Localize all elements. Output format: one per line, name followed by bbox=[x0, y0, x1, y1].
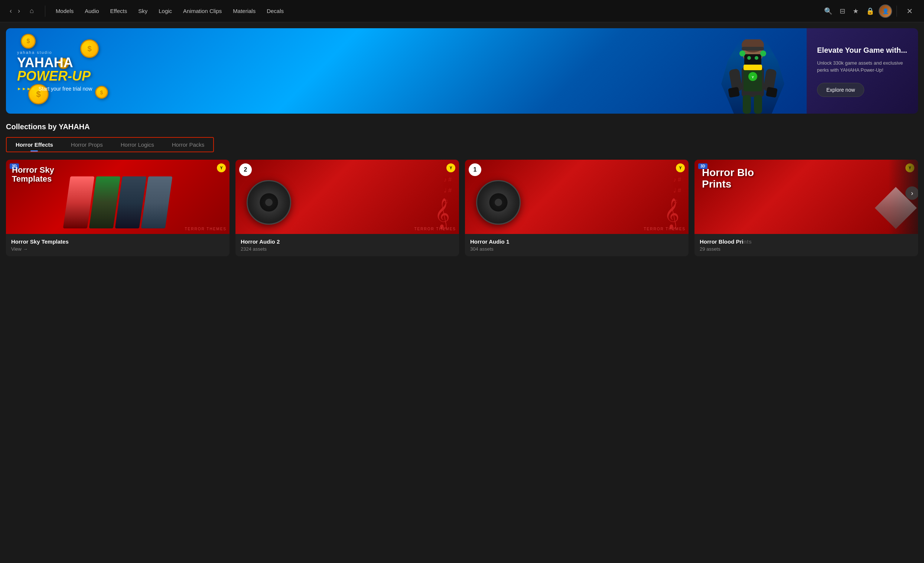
banner-title-line1: YAHAHA bbox=[17, 55, 73, 70]
banner-title-powerup: POWER-UP bbox=[17, 68, 91, 84]
card-horror-audio-2[interactable]: 2 Y 𝄞 ♪ # ♩ # ♫ TERROR THEMES Horror Aud… bbox=[236, 160, 459, 256]
character-svg: Y bbox=[721, 39, 784, 114]
card-name-audio2: Horror Audio 2 bbox=[241, 239, 454, 245]
lock-button[interactable]: 🔒 bbox=[863, 5, 877, 18]
card-logo-audio1: Y bbox=[676, 164, 685, 172]
card-logo-sky: Y bbox=[217, 164, 226, 172]
bookmark-button[interactable]: ⊟ bbox=[837, 5, 848, 18]
card-name-blood: Horror Blood Prints bbox=[700, 239, 913, 245]
banner-title: YAHAHA POWER-UP bbox=[17, 56, 92, 83]
tab-horror-props[interactable]: Horror Props bbox=[62, 138, 112, 152]
tab-horror-logics[interactable]: Horror Logics bbox=[112, 138, 163, 152]
bookmark-icon: ⊟ bbox=[840, 8, 845, 15]
svg-rect-15 bbox=[743, 95, 751, 114]
vinyl-center-1 bbox=[495, 199, 502, 206]
music-notes-1: ♪ # ♩ # ♫ bbox=[674, 174, 681, 206]
nav-animation-clips[interactable]: Animation Clips bbox=[178, 5, 227, 17]
sky-images bbox=[63, 176, 173, 228]
vinyl-record-1 bbox=[476, 180, 520, 225]
close-button[interactable]: ✕ bbox=[903, 5, 916, 18]
svg-rect-10 bbox=[744, 65, 762, 70]
card-thumbnail-sky: Horror SkyTemplates 3D Y TERROR THEMES bbox=[6, 160, 230, 234]
blood-title-text: Horror BloPrints bbox=[702, 167, 754, 190]
home-button[interactable]: ⌂ bbox=[27, 6, 37, 17]
card-thumbnail-audio2: 2 Y 𝄞 ♪ # ♩ # ♫ TERROR THEMES bbox=[236, 160, 459, 234]
card-thumbnail-audio1: 1 Y 𝄞 ♪ # ♩ # ♫ TERROR THEMES bbox=[465, 160, 688, 234]
card-meta-blood: 29 assets bbox=[700, 246, 913, 252]
banner: $ $ $ $ $ yahaha studio YAHAHA POWER-UP … bbox=[6, 28, 918, 114]
favorites-button[interactable]: ★ bbox=[850, 5, 862, 18]
card-meta-audio2: 2324 assets bbox=[241, 246, 454, 252]
card-view-link[interactable]: View → bbox=[11, 246, 28, 252]
nav-models[interactable]: Models bbox=[51, 5, 79, 17]
nav-decals[interactable]: Decals bbox=[261, 5, 289, 17]
banner-right-title: Elevate Your Game with... bbox=[817, 45, 908, 55]
tab-horror-effects[interactable]: Horror Effects bbox=[7, 138, 62, 152]
svg-rect-2 bbox=[744, 54, 761, 65]
svg-point-7 bbox=[760, 51, 766, 56]
card-sky-title: Horror SkyTemplates bbox=[12, 166, 54, 183]
svg-rect-16 bbox=[754, 95, 762, 114]
card-name-sky: Horror Sky Templates bbox=[11, 239, 224, 245]
vinyl-container-1 bbox=[476, 180, 520, 225]
card-assets-audio2: 2324 assets bbox=[241, 246, 267, 252]
banner-right-desc: Unlock 330k game assets and exclusive pe… bbox=[817, 59, 908, 74]
card-name-audio1: Horror Audio 1 bbox=[470, 239, 683, 245]
banner-text-block: yahaha studio YAHAHA POWER-UP ►►►► Start… bbox=[17, 50, 92, 92]
terror-label-audio2: TERROR THEMES bbox=[414, 227, 456, 231]
avatar-icon: 👤 bbox=[882, 8, 889, 14]
terror-label-audio1: TERROR THEMES bbox=[644, 227, 686, 231]
terror-label-sky: TERROR THEMES bbox=[185, 227, 227, 231]
banner-character: Y bbox=[717, 36, 784, 114]
audio-number-1: 1 bbox=[469, 164, 481, 176]
coin-1: $ bbox=[21, 34, 36, 49]
card-info-sky: Horror Sky Templates View → bbox=[6, 234, 230, 256]
nav-divider bbox=[45, 6, 45, 17]
star-icon: ★ bbox=[853, 8, 859, 15]
svg-rect-5 bbox=[742, 47, 764, 51]
forward-button[interactable]: › bbox=[16, 6, 22, 17]
svg-rect-14 bbox=[766, 87, 778, 98]
svg-point-6 bbox=[740, 51, 746, 56]
card-info-audio2: Horror Audio 2 2324 assets bbox=[236, 234, 459, 256]
music-notes-2: ♪ # ♩ # ♫ bbox=[444, 174, 452, 206]
card-thumbnail-blood: 3D Y Horror BloPrints bbox=[694, 160, 918, 234]
nav-arrows: ‹ › bbox=[8, 6, 22, 17]
banner-logo: yahaha studio bbox=[17, 50, 92, 55]
audio-number-2: 2 bbox=[239, 164, 252, 176]
tab-horror-packs[interactable]: Horror Packs bbox=[163, 138, 213, 152]
banner-bg: $ $ $ $ $ bbox=[6, 28, 807, 114]
search-icon: 🔍 bbox=[824, 8, 832, 15]
card-horror-blood-prints[interactable]: 3D Y Horror BloPrints Horror Blood Print… bbox=[694, 160, 918, 256]
navbar: ‹ › ⌂ Models Audio Effects Sky Logic Ani… bbox=[0, 0, 924, 22]
svg-rect-13 bbox=[728, 87, 740, 98]
nav-logic[interactable]: Logic bbox=[153, 5, 177, 17]
search-button[interactable]: 🔍 bbox=[821, 5, 835, 18]
collections-section: Collections by YAHAHA Horror Effects Hor… bbox=[0, 114, 924, 256]
card-logo-audio2: Y bbox=[446, 164, 455, 172]
sky-strip-4 bbox=[141, 176, 173, 228]
card-meta-audio1: 304 assets bbox=[470, 246, 683, 252]
nav-effects[interactable]: Effects bbox=[105, 5, 133, 17]
avatar[interactable]: 👤 bbox=[879, 5, 892, 18]
collections-tabs: Horror Effects Horror Props Horror Logic… bbox=[6, 137, 214, 152]
card-info-blood: Horror Blood Prints 29 assets bbox=[694, 234, 918, 256]
card-horror-sky-templates[interactable]: Horror SkyTemplates 3D Y TERROR THEMES H… bbox=[6, 160, 230, 256]
back-button[interactable]: ‹ bbox=[8, 6, 14, 17]
nav-links: Models Audio Effects Sky Logic Animation… bbox=[51, 5, 819, 17]
collections-title: Collections by YAHAHA bbox=[6, 123, 918, 131]
card-assets-blood: 29 assets bbox=[700, 246, 720, 252]
cards-grid: Horror SkyTemplates 3D Y TERROR THEMES H… bbox=[6, 160, 918, 256]
svg-point-4 bbox=[754, 56, 758, 60]
nav-sky[interactable]: Sky bbox=[133, 5, 153, 17]
card-info-audio1: Horror Audio 1 304 assets bbox=[465, 234, 688, 256]
explore-button[interactable]: Explore now bbox=[817, 83, 864, 97]
nav-audio[interactable]: Audio bbox=[80, 5, 104, 17]
svg-text:Y: Y bbox=[752, 75, 754, 79]
nav-materials[interactable]: Materials bbox=[228, 5, 261, 17]
banner-left: $ $ $ $ $ yahaha studio YAHAHA POWER-UP … bbox=[6, 28, 807, 114]
card-horror-audio-1[interactable]: 1 Y 𝄞 ♪ # ♩ # ♫ TERROR THEMES Horror Aud… bbox=[465, 160, 688, 256]
cards-next-button[interactable]: › bbox=[905, 186, 918, 200]
vinyl-record-2 bbox=[247, 180, 291, 225]
vinyl-container-2 bbox=[247, 180, 291, 225]
